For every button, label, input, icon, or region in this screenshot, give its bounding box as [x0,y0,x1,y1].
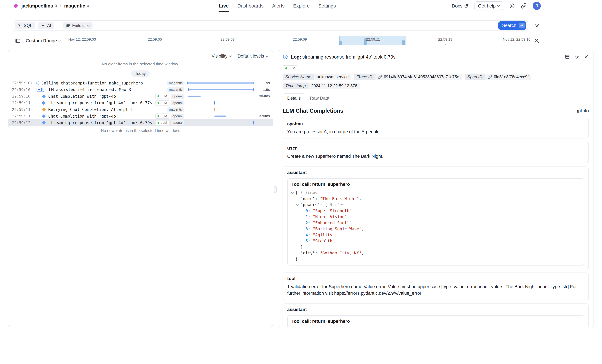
search-toolbar: SQL AI Fields Search [13,20,540,31]
timeline-tick-mark [517,44,517,45]
log-row[interactable]: 22:59:11Chat Completion with 'gpt-4o'LLM… [8,113,273,120]
meta-row-1: Service Name unknown_service Trace ID #9… [278,71,593,80]
log-duration: 384ms [254,94,270,98]
chevron-down-icon [229,54,232,57]
message-role: assistant [287,307,584,312]
log-timestamp: 22:59:11 [12,101,32,105]
workspace-switcher: jackmpcollins / magentic [14,3,219,9]
date-divider: Today [131,71,150,77]
zoom-button[interactable] [534,38,539,43]
timestamp-value: 2024-11-12 22:59:12.876 [309,83,360,89]
get-help-button[interactable]: Get help [474,1,503,10]
copy-link-button[interactable] [574,54,580,60]
section-head: LLM Chat Completions gpt-4o [278,103,593,114]
get-help-label: Get help [478,3,495,9]
collapse-panel-button[interactable] [15,38,21,44]
search-bar: SQL AI Fields Search [13,20,528,31]
collapse-caret-icon[interactable] [291,192,295,193]
json-token: : [315,196,320,202]
docs-link[interactable]: Docs [452,3,468,9]
ai-mode-button[interactable]: AI [38,22,54,29]
timeline-tick-label: Nov 12, 22:59:16 [503,37,530,42]
nav-item-dashboards[interactable]: Dashboards [237,0,264,12]
badge-openai: openai [171,100,185,105]
levels-dropdown[interactable]: Default levels [237,54,268,59]
project-selector[interactable]: magentic [64,3,89,9]
json-token: : [308,238,313,244]
collapse-toggle[interactable]: 5 [37,88,44,92]
log-message: Retrying Chat Completion. Attempt 1 [48,107,133,112]
log-message: Chat Completion with 'gpt-4o' [48,94,118,99]
json-token: , [361,250,364,256]
filter-button[interactable] [534,23,539,28]
log-row[interactable]: 22:59:10Chat Completion with 'gpt-4o'LLM… [8,93,273,100]
search-input[interactable] [95,21,496,30]
view-table-button[interactable] [565,54,570,60]
timeline-toolbar: Custom Range Nov 12, 22:59:0322:59:0522:… [15,36,540,46]
timeline-tick-mark [82,44,82,45]
timeline-tick-mark [227,44,228,45]
log-row[interactable]: 22:59:11streaming response from 'gpt-4o'… [8,100,273,106]
share-link-button[interactable] [521,3,527,9]
detail-tabs: DetailsRaw Data [278,94,593,103]
json-line: "name": "The Bark Night", [291,196,580,202]
log-row[interactable]: 22:59:105LLM-assisted retries enabled. M… [8,86,273,93]
app-root: jackmpcollins / magentic LiveDashboardsA… [0,0,602,364]
json-line: 1: "Night Vision", [291,214,580,220]
log-timestamp: 22:59:10 [12,94,32,98]
panel-divider[interactable] [273,50,278,327]
detail-title-text: streaming response from 'gpt-4o' took 0.… [302,54,396,60]
json-token: ] [300,244,303,250]
search-label: Search [502,23,516,28]
json-token: 1 [305,214,308,220]
badge-openai: openai [171,114,185,119]
close-button[interactable] [584,54,589,60]
nav-item-live[interactable]: Live [219,0,229,12]
collapse-caret-icon[interactable] [297,204,301,205]
json-token: "Gotham City, NY" [320,250,361,256]
span-bar-area [187,100,254,106]
json-line: "powers": [ 6 items [291,202,580,208]
user-avatar[interactable]: J [533,2,541,10]
json-line: ] [291,244,580,250]
collapse-toggle[interactable]: 6 [32,81,39,85]
span-id-text: #fd81e8f78c4ecc9f [494,74,528,79]
log-row[interactable]: 22:59:11Retrying Chat Completion. Attemp… [8,106,273,113]
span-bar-area [187,106,254,113]
table-icon [565,54,570,60]
log-row[interactable]: 22:59:12streaming response from 'gpt-4o'… [8,119,273,126]
theme-toggle-button[interactable] [509,3,515,9]
org-selector[interactable]: jackmpcollins [22,3,57,9]
indent-spacer [32,103,42,103]
fields-button[interactable]: Fields [63,22,93,29]
tab-details[interactable]: Details [283,94,305,103]
nav-item-settings[interactable]: Settings [318,0,336,12]
resize-handle-icon[interactable] [274,186,277,193]
badge-llm: LLM [155,94,170,99]
json-token: "The Bark Night" [320,196,359,202]
json-tree: { 3 items"name": "The Bark Night","power… [291,190,580,262]
log-duration: 370ms [254,114,270,118]
json-line: { 3 items [291,190,580,196]
timeline-baseline [66,45,529,45]
span-id-label: Span ID [465,73,485,80]
search-button[interactable]: Search [498,21,527,30]
span-id-value[interactable]: #fd81e8f78c4ecc9f [485,73,531,80]
json-line: } [291,256,580,262]
sql-mode-button[interactable]: SQL [15,22,35,29]
trace-id-value[interactable]: #9146a6974e4e6140538043607a71c75e [375,73,462,80]
log-list-header: Visibility Default levels [8,50,273,60]
tab-raw-data[interactable]: Raw Data [305,94,334,103]
org-name: jackmpcollins [22,3,53,9]
funnel-icon [534,23,539,28]
visibility-dropdown[interactable]: Visibility [212,54,231,59]
timeline-track[interactable]: Nov 12, 22:59:0322:59:0522:59:0722:59:09… [66,36,529,46]
message-card-assistant: assistantTool call: return_superhero{ 3 … [283,303,589,327]
time-range-selector[interactable]: Custom Range [26,38,61,43]
nav-item-alerts[interactable]: Alerts [272,0,285,12]
timestamp-label: Timestamp [283,83,308,89]
log-row[interactable]: 22:59:106Calling chatprompt-function mak… [8,80,273,86]
badge-label: LLM [161,114,167,118]
nav-item-explore[interactable]: Explore [293,0,310,12]
main-content: Visibility Default levels No older items… [8,50,594,327]
